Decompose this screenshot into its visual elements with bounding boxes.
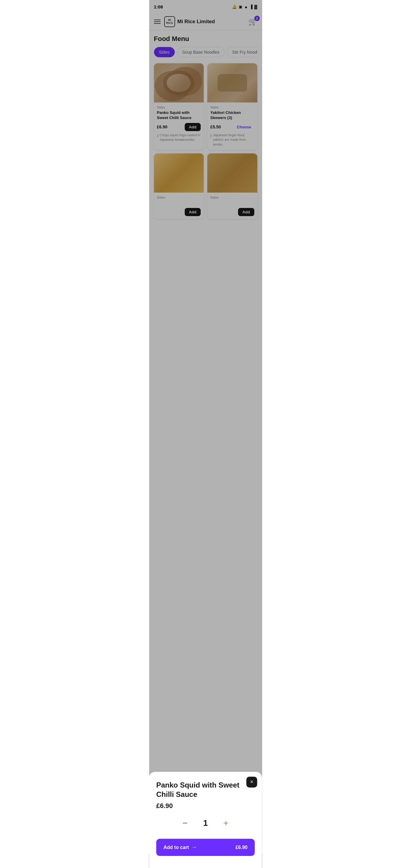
quantity-value: 1 bbox=[201, 818, 210, 828]
add-to-cart-price: £6.90 bbox=[235, 845, 247, 850]
bottom-sheet-overlay: × Panko Squid with Sweet Chilli Sauce £6… bbox=[149, 772, 262, 868]
add-to-cart-arrow-icon: → bbox=[191, 844, 197, 850]
minus-icon: − bbox=[183, 818, 187, 828]
quantity-row: − 1 + bbox=[156, 817, 255, 829]
quantity-plus-button[interactable]: + bbox=[220, 817, 232, 829]
close-bottom-sheet-button[interactable]: × bbox=[247, 777, 257, 787]
sheet-product-name: Panko Squid with Sweet Chilli Sauce bbox=[156, 780, 255, 799]
sheet-price: £6.90 bbox=[156, 802, 255, 810]
overlay-backdrop[interactable] bbox=[149, 0, 262, 868]
bottom-sheet: × Panko Squid with Sweet Chilli Sauce £6… bbox=[149, 772, 262, 868]
quantity-minus-button[interactable]: − bbox=[179, 817, 191, 829]
add-to-cart-label-area: Add to cart → bbox=[164, 844, 197, 850]
add-to-cart-button[interactable]: Add to cart → £6.90 bbox=[156, 839, 255, 856]
plus-icon: + bbox=[224, 818, 228, 828]
close-icon: × bbox=[250, 779, 253, 785]
add-to-cart-text: Add to cart bbox=[164, 845, 189, 850]
